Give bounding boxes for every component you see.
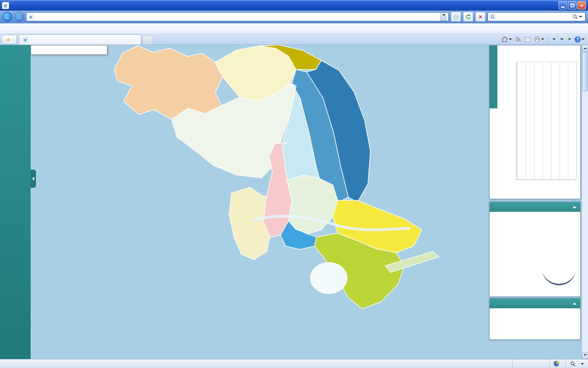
- chevron-down-icon: [541, 38, 544, 42]
- favorites-button[interactable]: ★: [2, 35, 17, 44]
- refresh-icon: [466, 14, 471, 20]
- collapse-arrow-icon[interactable]: [572, 204, 577, 208]
- page-favicon: e: [28, 14, 34, 20]
- update-date-strip: [490, 45, 497, 108]
- chevron-down-icon: [581, 38, 585, 42]
- stop-icon: ×: [479, 14, 482, 20]
- search-go-button[interactable]: [571, 14, 584, 20]
- vertical-scrollbar[interactable]: [581, 45, 588, 359]
- chevron-down-icon: [584, 354, 587, 357]
- tab-favicon: e: [22, 37, 29, 43]
- chevron-down-icon: [552, 38, 556, 42]
- tools-menu-button[interactable]: [567, 37, 571, 42]
- content-area: [0, 45, 588, 359]
- status-spacer: [512, 359, 549, 368]
- separator: [548, 36, 548, 43]
- accidents-panel-header: [490, 202, 580, 212]
- scroll-up-button[interactable]: [582, 45, 588, 52]
- close-button[interactable]: ×: [577, 1, 586, 9]
- menu-bar: [0, 23, 588, 34]
- home-icon: [501, 36, 508, 42]
- google-icon: G: [490, 14, 495, 20]
- page-menu-button[interactable]: [551, 37, 556, 42]
- more-link[interactable]: [31, 45, 107, 54]
- print-button[interactable]: [534, 36, 544, 42]
- scroll-down-button[interactable]: [582, 352, 588, 359]
- restore-button[interactable]: [568, 1, 577, 9]
- chevron-down-icon: [568, 38, 571, 42]
- status-bar: [0, 359, 588, 368]
- search-icon: [572, 14, 578, 20]
- accidents-panel-body: [497, 212, 580, 296]
- url-dropdown-button[interactable]: [440, 13, 447, 21]
- accident-donut: [541, 248, 577, 284]
- chevron-down-icon: [509, 38, 512, 42]
- chevron-left-icon: [30, 177, 34, 181]
- back-button[interactable]: ←: [2, 12, 12, 22]
- read-mail-button[interactable]: [524, 37, 531, 42]
- new-tab-button[interactable]: [142, 36, 154, 45]
- sidebar-collapse-handle[interactable]: [31, 170, 36, 188]
- window-titlebar: e ×: [0, 0, 588, 11]
- scrollbar-thumb[interactable]: [582, 52, 588, 91]
- zoom-control[interactable]: [566, 359, 588, 368]
- tab-main[interactable]: e: [19, 34, 141, 45]
- address-bar: ← → e × G: [0, 11, 588, 23]
- restore-icon: [570, 4, 575, 7]
- search-input[interactable]: G: [488, 12, 586, 21]
- port-statistics-panel: [489, 45, 581, 199]
- contact-panel-body: [490, 308, 580, 318]
- status-text: [0, 359, 512, 368]
- shield-icon: [554, 361, 559, 367]
- favorites-tab-bar: ★ e ?: [0, 34, 588, 45]
- chevron-up-icon: [584, 46, 587, 49]
- help-button[interactable]: ?: [575, 36, 585, 43]
- home-button[interactable]: [501, 36, 512, 42]
- minimize-button[interactable]: [559, 1, 567, 9]
- refresh-button[interactable]: [463, 12, 473, 22]
- compat-page-icon: [453, 14, 459, 20]
- contact-panel-header: [490, 298, 580, 308]
- chart-plot-grid: [517, 62, 577, 180]
- star-icon: ★: [6, 37, 11, 43]
- rss-icon: [515, 36, 521, 42]
- compatibility-view-button[interactable]: [451, 12, 461, 22]
- mail-icon: [524, 37, 531, 42]
- chevron-down-icon: [442, 14, 445, 18]
- quick-links-panel: [31, 45, 107, 55]
- ie-logo-icon: e: [2, 2, 9, 9]
- accidents-panel: [489, 202, 581, 297]
- printer-icon: [534, 36, 540, 42]
- chevron-down-icon: [581, 363, 584, 366]
- zoom-magnifier-icon: [570, 361, 576, 367]
- url-field[interactable]: e: [26, 12, 449, 21]
- feeds-button[interactable]: [515, 36, 521, 42]
- minimize-icon: [561, 7, 565, 8]
- sidebar-nav: [0, 45, 31, 359]
- chevron-down-icon: [560, 38, 564, 42]
- collapse-arrow-icon[interactable]: [572, 301, 577, 305]
- contact-panel: [489, 298, 581, 340]
- chevron-down-icon: [579, 16, 582, 19]
- security-zone: [549, 359, 566, 368]
- safety-menu-button[interactable]: [559, 37, 564, 42]
- help-icon: ?: [575, 36, 581, 43]
- stop-button[interactable]: ×: [475, 12, 486, 22]
- forward-button[interactable]: →: [14, 12, 24, 22]
